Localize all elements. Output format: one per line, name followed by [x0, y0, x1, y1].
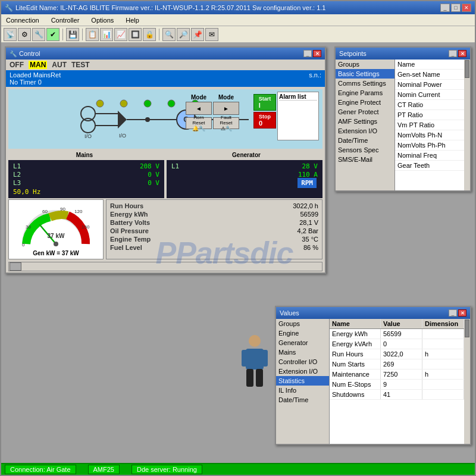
values-group-item[interactable]: IL Info — [276, 386, 329, 395]
setpoints-group-item[interactable]: SMS/E-Mail — [336, 155, 394, 164]
setpoints-name-item: NomVolts Ph-Ph — [395, 140, 464, 151]
toolbar-icon-7[interactable]: 📊 — [100, 28, 113, 41]
setpoints-group-item[interactable]: AMF Settings — [336, 117, 394, 126]
main-area: PPartsdic 🔧 Control _ ✕ OFF MAN AUT TEST — [1, 43, 475, 463]
values-scrollbar[interactable] — [464, 319, 470, 444]
toolbar-icon-13[interactable]: 📌 — [191, 28, 204, 41]
menu-help[interactable]: Help — [123, 17, 142, 24]
values-group-item[interactable]: Mains — [276, 347, 329, 357]
values-table-header: Name Value Dimension — [330, 319, 464, 329]
toolbar-icon-12[interactable]: 🔎 — [177, 28, 190, 41]
setpoints-group-item[interactable]: Basic Settings — [336, 69, 394, 79]
svg-text:37 kW: 37 kW — [48, 233, 65, 239]
menu-controller[interactable]: Controller — [49, 17, 82, 24]
values-panel: Values _ ✕ GroupsEngineGeneratorMainsCon… — [275, 306, 471, 445]
start-label: Start — [259, 96, 271, 102]
sn-label: s.n.: — [309, 71, 321, 86]
l3-label: L3 — [13, 179, 21, 187]
values-table-row: Energy kWh56599 — [330, 329, 464, 339]
toolbar-icon-9[interactable]: 🔲 — [129, 28, 142, 41]
setpoints-scrollbar[interactable] — [464, 60, 470, 190]
mode-arrow-right[interactable]: ► — [213, 102, 239, 115]
run-data-row: Battery Volts28,1 V — [110, 219, 318, 226]
horn-reset-btn[interactable]: Horn Reset 🔔🔧 — [186, 117, 212, 129]
setpoints-name-item: Nomin Current — [395, 90, 464, 100]
menu-connection[interactable]: Connection — [4, 17, 42, 24]
col-value: Value — [381, 319, 422, 328]
mode-arrow-left[interactable]: ◄ — [186, 102, 212, 115]
timer-status: No Timer 0 — [10, 79, 61, 86]
setpoints-title: Setpoints — [339, 50, 367, 57]
values-group-item[interactable]: Engine — [276, 328, 329, 338]
mains-measurements: L1 208 V L2 0 V L3 0 V 50,0 Hz — [8, 160, 164, 198]
toolbar-icon-11[interactable]: 🔍 — [162, 28, 176, 41]
setpoints-group-item[interactable]: Gener Protect — [336, 107, 394, 117]
control-minimize[interactable]: _ — [303, 50, 312, 57]
col-name: Name — [330, 319, 381, 328]
svg-text:30: 30 — [26, 224, 31, 230]
rpm-label: RPM — [298, 178, 317, 188]
setpoints-group-item[interactable]: Comms Settings — [336, 79, 394, 88]
setpoints-group-item[interactable]: Engine Params — [336, 88, 394, 98]
start-button[interactable]: Start I — [253, 94, 276, 111]
minimize-btn[interactable]: _ — [440, 4, 450, 12]
l3-value: 0 V — [148, 179, 159, 187]
app-icon: 🔧 — [5, 4, 13, 12]
fault-reset-btn[interactable]: Fault Reset ⚠🔧 — [213, 117, 239, 129]
setpoints-name-item: Gear Teeth — [395, 161, 464, 171]
toolbar-icon-4[interactable]: ✔ — [46, 28, 60, 41]
setpoints-group-item[interactable]: Extension I/O — [336, 126, 394, 136]
control-bottom: 0 30 60 90 120 150 37 kW Gen kW = 37 kW … — [8, 199, 322, 259]
toolbar-icon-2[interactable]: ⚙ — [18, 28, 31, 41]
setpoints-minimize[interactable]: _ — [449, 50, 457, 57]
info-bar: Loaded MainsRet No Timer 0 s.n.: — [6, 70, 325, 87]
menu-options[interactable]: Options — [89, 17, 116, 24]
toolbar-sep-1 — [62, 29, 63, 40]
values-group-item[interactable]: Groups — [276, 319, 329, 328]
values-minimize[interactable]: _ — [449, 309, 457, 317]
col-dimension: Dimension — [422, 319, 464, 328]
maximize-btn[interactable]: □ — [451, 4, 461, 12]
svg-rect-34 — [256, 369, 263, 387]
values-group-item[interactable]: Date/Time — [276, 395, 329, 405]
l2-value: 0 V — [148, 171, 159, 178]
setpoints-group-item[interactable]: Sensors Spec — [336, 145, 394, 155]
values-close[interactable]: ✕ — [458, 309, 466, 317]
svg-text:I/O: I/O — [119, 133, 126, 139]
toolbar-icon-6[interactable]: 📋 — [86, 28, 99, 41]
values-group-item[interactable]: Extension I/O — [276, 367, 329, 376]
values-group-item[interactable]: Generator — [276, 338, 329, 347]
setpoints-group-item[interactable]: Engine Protect — [336, 98, 394, 107]
values-group-item[interactable]: Statistics — [276, 376, 329, 386]
status-off: OFF — [10, 61, 24, 69]
horizontal-scrollbar[interactable] — [8, 262, 322, 271]
values-data-table: Name Value Dimension Energy kWh56599Ener… — [330, 319, 464, 444]
svg-point-17 — [144, 100, 151, 107]
status-test: TEST — [71, 61, 90, 69]
toolbar-icon-8[interactable]: 📈 — [114, 28, 127, 41]
setpoints-group-item[interactable]: Date/Time — [336, 136, 394, 145]
toolbar: 📡 ⚙ 🔧 ✔ 💾 📋 📊 📈 🔲 🔒 🔍 🔎 📌 ✉ — [1, 26, 475, 43]
toolbar-icon-5[interactable]: 💾 — [66, 28, 79, 41]
setpoints-group-item[interactable]: Groups — [336, 60, 394, 69]
setpoints-close[interactable]: ✕ — [458, 50, 466, 57]
svg-point-16 — [120, 100, 127, 107]
person-image — [237, 332, 273, 392]
gauge-svg: 0 30 60 90 120 150 37 kW — [17, 202, 95, 250]
setpoints-body: GroupsBasic SettingsComms SettingsEngine… — [336, 60, 470, 190]
values-title: Values — [280, 309, 299, 317]
generator-label: Generator — [171, 152, 321, 158]
dde-status: Dde server: Running — [131, 465, 202, 474]
values-group-item[interactable]: Controller I/O — [276, 357, 329, 367]
svg-text:0: 0 — [22, 242, 25, 248]
control-close[interactable]: ✕ — [313, 50, 321, 57]
close-btn[interactable]: ✕ — [462, 4, 471, 12]
toolbar-icon-10[interactable]: 🔒 — [143, 28, 156, 41]
setpoints-names-list: NameGen-set NameNominal PowerNomin Curre… — [395, 60, 464, 190]
start-value: I — [259, 102, 271, 109]
stop-button[interactable]: Stop 0 — [253, 112, 276, 129]
toolbar-icon-1[interactable]: 📡 — [4, 28, 17, 41]
toolbar-icon-14[interactable]: ✉ — [205, 28, 218, 41]
menu-bar: Connection Controller Options Help — [1, 14, 475, 26]
toolbar-icon-3[interactable]: 🔧 — [32, 28, 45, 41]
